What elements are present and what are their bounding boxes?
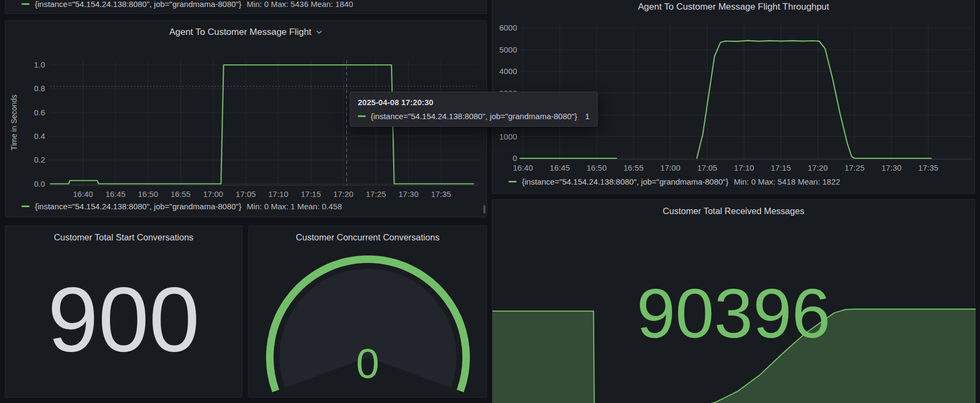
- tooltip-series-value: 1: [585, 112, 590, 121]
- svg-text:17:25: 17:25: [844, 163, 865, 172]
- legend-series-stats: Min: 0 Max: 5436 Mean: 1840: [247, 0, 353, 9]
- svg-text:0.2: 0.2: [34, 155, 45, 164]
- svg-text:4000: 4000: [499, 67, 517, 76]
- tooltip-series-row: {instance="54.154.24.138:8080", job="gra…: [358, 112, 590, 121]
- svg-text:16:45: 16:45: [106, 189, 126, 199]
- svg-text:17:00: 17:00: [660, 163, 681, 172]
- panel-concurrent-conversations: Customer Concurrent Conversations 0: [248, 225, 487, 398]
- legend-series-label[interactable]: {instance="54.154.24.138:8080", job="gra…: [35, 202, 241, 211]
- svg-text:17:30: 17:30: [399, 189, 419, 199]
- svg-text:1000: 1000: [499, 132, 517, 141]
- svg-text:17:15: 17:15: [301, 189, 321, 199]
- tooltip-timestamp: 2025-04-08 17:20:30: [358, 98, 590, 107]
- start-conversations-value: 900: [5, 274, 242, 365]
- svg-text:17:30: 17:30: [881, 163, 902, 172]
- panel-title-text: Customer Total Start Conversations: [54, 232, 193, 243]
- series-color-marker-icon: [509, 181, 517, 182]
- svg-text:17:05: 17:05: [697, 163, 718, 172]
- svg-text:1.0: 1.0: [34, 60, 45, 69]
- svg-text:17:35: 17:35: [431, 189, 451, 199]
- series-color-marker-icon: [21, 206, 30, 207]
- series-color-marker-icon: [358, 115, 366, 117]
- panel-start-conversations: Customer Total Start Conversations 900: [5, 225, 242, 398]
- panel-scrollbar-thumb[interactable]: [483, 205, 485, 214]
- panel-previous-throughput: {instance="54.154.24.138:8080", job="gra…: [5, 0, 487, 14]
- grafana-dashboard: {instance="54.154.24.138:8080", job="gra…: [0, 0, 980, 403]
- svg-text:17:00: 17:00: [203, 189, 224, 199]
- svg-text:5000: 5000: [499, 45, 517, 54]
- panel-title-start-conversations[interactable]: Customer Total Start Conversations: [5, 231, 242, 243]
- svg-text:0.8: 0.8: [34, 84, 45, 93]
- svg-text:16:55: 16:55: [171, 189, 191, 199]
- received-messages-value: 90396: [492, 279, 975, 348]
- legend-series-label[interactable]: {instance="54.154.24.138:8080", job="gra…: [35, 0, 241, 9]
- svg-text:17:10: 17:10: [268, 189, 289, 199]
- svg-text:17:15: 17:15: [771, 163, 791, 172]
- panel-received-messages: Customer Total Received Messages 90396: [492, 199, 975, 403]
- series-color-marker-icon: [21, 3, 30, 5]
- svg-text:17:05: 17:05: [235, 189, 256, 199]
- legend-series-stats: Min: 0 Max: 5418 Mean: 1822: [734, 177, 840, 186]
- svg-text:17:20: 17:20: [333, 189, 353, 199]
- svg-text:16:45: 16:45: [550, 163, 570, 172]
- legend-row: {instance="54.154.24.138:8080", job="gra…: [509, 177, 840, 186]
- svg-text:17:20: 17:20: [808, 163, 828, 172]
- svg-text:16:40: 16:40: [73, 189, 93, 199]
- legend-row: {instance="54.154.24.138:8080", job="gra…: [21, 0, 353, 9]
- svg-text:0.4: 0.4: [34, 131, 45, 141]
- svg-text:17:10: 17:10: [734, 163, 754, 172]
- concurrent-value: 0: [249, 342, 487, 384]
- legend-series-label[interactable]: {instance="54.154.24.138:8080", job="gra…: [522, 177, 728, 186]
- legend-series-stats: Min: 0 Max: 1 Mean: 0.458: [247, 202, 342, 211]
- svg-text:0.0: 0.0: [34, 179, 45, 188]
- svg-text:0.6: 0.6: [34, 108, 45, 117]
- svg-text:16:40: 16:40: [513, 163, 533, 172]
- chart-tooltip: 2025-04-08 17:20:30 {instance="54.154.24…: [350, 92, 598, 127]
- svg-text:0: 0: [513, 153, 517, 163]
- svg-text:16:55: 16:55: [623, 163, 644, 172]
- legend-row: {instance="54.154.24.138:8080", job="gra…: [21, 202, 342, 211]
- svg-text:17:35: 17:35: [918, 163, 939, 172]
- svg-text:17:25: 17:25: [366, 189, 386, 199]
- svg-text:16:50: 16:50: [138, 189, 158, 199]
- tooltip-series-label: {instance="54.154.24.138:8080", job="gra…: [371, 112, 577, 121]
- svg-text:16:50: 16:50: [587, 163, 607, 172]
- svg-text:6000: 6000: [499, 23, 517, 32]
